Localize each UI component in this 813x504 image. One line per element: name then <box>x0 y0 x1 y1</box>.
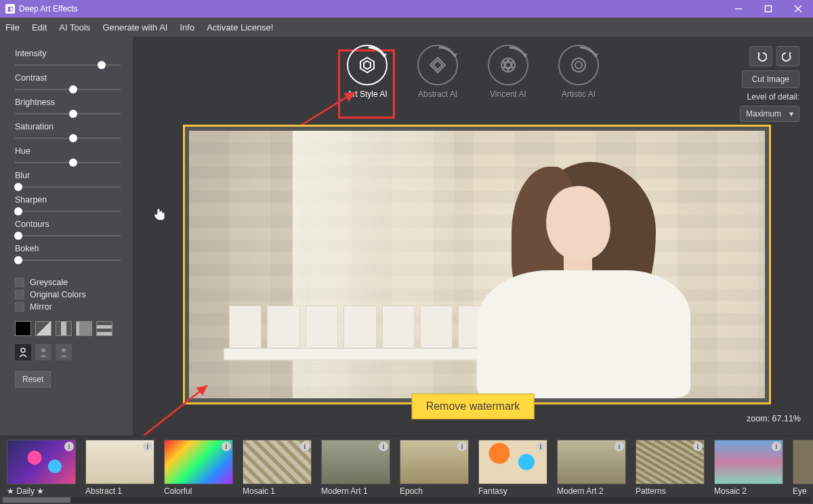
swatch-vert[interactable] <box>76 321 92 336</box>
slider-bokeh[interactable] <box>15 255 121 266</box>
title-bar: ◧ Deep Art Effects <box>0 0 813 18</box>
swatch-split[interactable] <box>35 321 51 336</box>
slider-label: Intensity <box>15 49 121 58</box>
mask-person-half-button[interactable] <box>35 344 51 360</box>
swatch-grid[interactable] <box>96 321 112 336</box>
info-icon[interactable]: i <box>457 442 467 451</box>
mask-person-bg-button[interactable] <box>56 344 72 360</box>
style-thumb-label: Mosaic 2 <box>714 486 783 496</box>
annotation-arrow-2-icon <box>140 379 214 440</box>
strip-scroll-thumb[interactable] <box>3 497 70 503</box>
style-thumb-label: Colorful <box>164 486 233 496</box>
info-icon[interactable]: i <box>143 442 152 451</box>
menu-bar: File Edit AI Tools Generate with AI Info… <box>0 18 813 37</box>
style-thumb[interactable]: iAbstract 1 <box>85 440 154 496</box>
info-icon[interactable]: i <box>64 442 74 451</box>
cut-image-button[interactable]: Cut Image <box>742 70 799 88</box>
menu-generate[interactable]: Generate with AI <box>102 22 167 33</box>
info-icon[interactable]: i <box>300 442 310 451</box>
slider-label: Bokeh <box>15 244 121 253</box>
reset-button[interactable]: Reset <box>15 371 51 387</box>
style-thumb[interactable]: iModern Art 2 <box>557 440 626 496</box>
window-close-button[interactable] <box>783 0 813 18</box>
info-icon[interactable]: i <box>536 442 545 451</box>
strip-scrollbar[interactable] <box>3 497 810 503</box>
ai-mode-vincent-ai[interactable]: Vincent AI <box>480 45 537 119</box>
lod-value: Maximum <box>746 109 781 119</box>
info-icon[interactable]: i <box>614 442 624 451</box>
style-thumb-label: Fantasy <box>478 486 547 496</box>
ai-mode-abstract-ai[interactable]: Abstract AI <box>409 45 466 119</box>
ai-mode-artistic-ai[interactable]: Artistic AI <box>550 45 607 119</box>
checkbox-box-icon <box>15 278 24 287</box>
hand-cursor-icon <box>153 207 167 224</box>
slider-intensity[interactable] <box>15 60 121 70</box>
style-thumb-label: Patterns <box>635 486 705 496</box>
checkbox-greyscale[interactable]: Greyscale <box>15 278 121 287</box>
svg-line-17 <box>144 385 207 436</box>
slider-label: Sharpen <box>15 195 121 205</box>
slider-label: Blur <box>15 171 121 180</box>
swatch-black[interactable] <box>15 321 31 336</box>
canvas-frame[interactable] <box>183 125 771 404</box>
style-strip: i★ Daily ★iAbstract 1iColorfuliMosaic 1i… <box>0 436 813 504</box>
menu-file[interactable]: File <box>5 22 20 33</box>
info-icon[interactable]: i <box>772 442 781 451</box>
checkbox-original-colors[interactable]: Original Colors <box>15 290 121 299</box>
slider-contrast[interactable] <box>15 84 121 95</box>
sidebar: IntensityContrastBrightnessSaturationHue… <box>0 37 133 436</box>
slider-contours[interactable] <box>15 230 121 241</box>
mask-mode-row <box>15 344 121 360</box>
swatch-columns[interactable] <box>56 321 72 336</box>
checkbox-label: Original Colors <box>30 290 86 299</box>
style-thumb[interactable]: iMosaic 2 <box>714 440 783 496</box>
style-thumb-label: Modern Art 2 <box>557 486 626 496</box>
checkbox-box-icon <box>15 302 24 312</box>
style-thumb-label: Mosaic 1 <box>243 486 312 496</box>
menu-info[interactable]: Info <box>180 22 195 33</box>
style-thumb[interactable]: iFantasy <box>478 440 547 496</box>
svg-line-16 <box>295 92 355 129</box>
chevron-down-icon: ▾ <box>789 109 793 119</box>
menu-activate[interactable]: Activate License! <box>207 22 273 33</box>
remove-watermark-button[interactable]: Remove watermark <box>412 394 535 419</box>
style-thumb[interactable]: iModern Art 1 <box>321 440 390 496</box>
svg-rect-1 <box>766 6 772 12</box>
style-thumb[interactable]: iColorful <box>164 440 233 496</box>
zoom-readout: zoom: 67.11% <box>747 414 801 423</box>
info-icon[interactable]: i <box>693 442 703 451</box>
ai-mode-icon <box>558 45 599 85</box>
slider-label: Hue <box>15 146 121 156</box>
mask-person-full-button[interactable] <box>15 344 31 360</box>
ai-mode-label: Abstract AI <box>409 89 466 99</box>
window-minimize-button[interactable] <box>724 0 753 18</box>
checkbox-mirror[interactable]: Mirror <box>15 302 121 312</box>
info-icon[interactable]: i <box>379 442 388 451</box>
undo-button[interactable] <box>749 46 772 66</box>
ai-mode-label: Artistic AI <box>550 89 607 99</box>
slider-blur[interactable] <box>15 182 121 192</box>
canvas-image <box>189 131 765 398</box>
slider-hue[interactable] <box>15 157 121 168</box>
window-maximize-button[interactable] <box>753 0 783 18</box>
svg-point-4 <box>21 348 25 352</box>
slider-saturation[interactable] <box>15 133 121 144</box>
style-thumb[interactable]: i★ Daily ★ <box>7 440 76 496</box>
redo-button[interactable] <box>776 46 799 66</box>
slider-brightness[interactable] <box>15 108 121 119</box>
style-thumb[interactable]: iEpoch <box>400 440 469 496</box>
checkbox-label: Mirror <box>30 302 52 312</box>
menu-edit[interactable]: Edit <box>32 22 47 33</box>
style-thumb-label: ★ Daily ★ <box>7 486 76 496</box>
lod-select[interactable]: Maximum ▾ <box>740 106 799 122</box>
style-thumb[interactable]: iEye <box>793 440 813 496</box>
ai-mode-label: Vincent AI <box>480 89 537 99</box>
svg-point-5 <box>41 348 45 352</box>
info-icon[interactable]: i <box>222 442 231 451</box>
menu-ai-tools[interactable]: AI Tools <box>59 22 90 33</box>
preset-swatches <box>15 321 121 336</box>
style-thumb[interactable]: iMosaic 1 <box>243 440 312 496</box>
right-controls: Cut Image Level of detail: Maximum ▾ <box>740 46 799 122</box>
slider-sharpen[interactable] <box>15 206 121 217</box>
style-thumb[interactable]: iPatterns <box>635 440 705 496</box>
